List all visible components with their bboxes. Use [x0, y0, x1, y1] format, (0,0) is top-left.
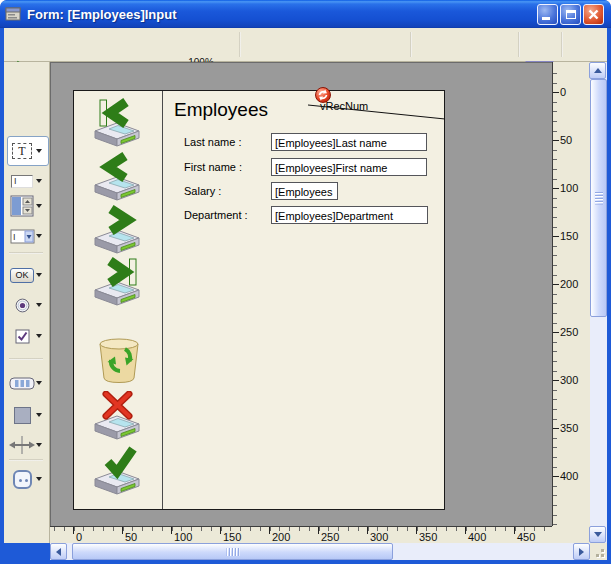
accept-record-button[interactable] — [92, 446, 144, 496]
ruler-label: 200 — [556, 278, 578, 290]
chevron-down-icon[interactable] — [36, 334, 42, 338]
scroll-down-button[interactable] — [589, 526, 606, 543]
tool-radio-button[interactable] — [8, 292, 48, 318]
arrow-right-icon — [579, 548, 584, 556]
listbox-tool-icon — [10, 195, 34, 217]
tool-text[interactable]: T — [8, 138, 48, 164]
tool-rectangle[interactable] — [8, 402, 48, 428]
palette-separator — [9, 459, 43, 461]
record-number-variable[interactable]: vRecNum — [320, 100, 368, 112]
chevron-down-icon[interactable] — [36, 234, 42, 238]
field-label[interactable]: Salary : — [184, 185, 221, 197]
vertical-ruler: 050100150200250300350400 — [552, 62, 590, 526]
chevron-down-icon[interactable] — [36, 149, 42, 153]
ok-button-tool-icon: OK — [10, 268, 34, 283]
scroll-left-button[interactable] — [50, 543, 67, 560]
ruler-label: 300 — [556, 374, 578, 386]
ruler-label: 150 — [556, 230, 578, 242]
ruler-label: 250 — [556, 326, 578, 338]
tool-listbox[interactable] — [8, 191, 48, 221]
radio-tool-icon — [15, 298, 30, 313]
chevron-down-icon[interactable] — [36, 477, 42, 481]
ruler-label: 450 — [514, 531, 535, 543]
close-button[interactable] — [583, 4, 604, 25]
vertical-scroll-thumb[interactable] — [590, 79, 607, 317]
minimize-icon — [542, 17, 550, 20]
arrow-down-icon — [594, 532, 602, 537]
ruler-label: 0 — [73, 531, 82, 543]
ruler-label: 350 — [556, 422, 578, 434]
tool-checkbox[interactable] — [8, 323, 48, 349]
toolbar-separator — [561, 32, 563, 57]
tab-control-tool-icon — [9, 377, 35, 390]
chevron-down-icon[interactable] — [36, 204, 42, 208]
checkbox-tool-icon — [15, 329, 30, 344]
tool-plugin-area[interactable] — [8, 466, 48, 492]
vertical-scrollbar[interactable] — [590, 62, 607, 543]
tool-splitter[interactable] — [8, 432, 48, 458]
arrow-up-icon — [594, 68, 602, 73]
chevron-down-icon[interactable] — [36, 413, 42, 417]
field-input-last-name[interactable]: [Employees]Last name — [271, 133, 427, 151]
cancel-trash-button[interactable] — [94, 337, 144, 385]
previous-record-button[interactable] — [92, 152, 144, 202]
text-tool-icon: T — [12, 143, 32, 159]
resize-grip[interactable] — [590, 543, 607, 560]
ruler-label: 400 — [465, 531, 486, 543]
toolbar-separator — [518, 32, 520, 57]
form-title[interactable]: Employees — [174, 99, 268, 121]
field-input-department[interactable]: [Employees]Department — [271, 206, 428, 224]
scroll-right-button[interactable] — [573, 543, 590, 560]
design-canvas[interactable]: Employees vRecNum Last name : [Employees… — [50, 62, 552, 526]
ruler-label: 400 — [556, 470, 578, 482]
ruler-label: 100 — [556, 182, 578, 194]
field-input-first-name[interactable]: [Employees]First name — [271, 158, 427, 176]
horizontal-ruler: 050100150200250300350400450 — [50, 526, 552, 543]
toolbar-separator — [410, 32, 412, 57]
tool-combobox[interactable]: I — [8, 223, 48, 249]
ruler-label: 50 — [122, 531, 137, 543]
chevron-down-icon[interactable] — [36, 179, 42, 183]
ruler-label: 0 — [556, 86, 566, 98]
chevron-down-icon[interactable] — [36, 273, 42, 277]
arrow-left-icon — [56, 548, 61, 556]
maximize-button[interactable] — [560, 4, 581, 25]
combobox-tool-icon: I — [10, 229, 35, 244]
ruler-label: 300 — [367, 531, 388, 543]
ruler-label: 250 — [318, 531, 339, 543]
plugin-tool-icon — [13, 470, 32, 489]
maximize-icon — [566, 10, 576, 19]
form-divider-line[interactable] — [162, 91, 163, 509]
scroll-up-button[interactable] — [589, 62, 606, 79]
ruler-label: 150 — [220, 531, 241, 543]
ruler-label: 200 — [269, 531, 290, 543]
chevron-down-icon[interactable] — [36, 381, 42, 385]
window-icon — [5, 6, 21, 22]
titlebar[interactable]: Form: [Employees]Input — [0, 0, 611, 28]
next-record-button[interactable] — [92, 205, 144, 255]
palette-separator — [9, 252, 43, 254]
chevron-down-icon[interactable] — [36, 443, 42, 447]
tool-tab-control[interactable] — [8, 370, 48, 396]
ruler-label: 50 — [556, 134, 572, 146]
field-input-salary[interactable]: [Employees — [271, 182, 338, 200]
splitter-tool-icon — [9, 436, 35, 454]
tool-palette: T I I — [4, 62, 50, 543]
tool-button[interactable]: OK — [8, 262, 48, 288]
ruler-label: 350 — [416, 531, 437, 543]
field-label[interactable]: First name : — [184, 161, 242, 173]
input-tool-icon: I — [11, 175, 33, 188]
minimize-button[interactable] — [537, 4, 558, 25]
horizontal-scroll-thumb[interactable] — [72, 543, 393, 560]
ruler-label: 100 — [171, 531, 192, 543]
horizontal-scrollbar[interactable] — [50, 543, 590, 560]
form-page[interactable]: Employees vRecNum Last name : [Employees… — [73, 90, 445, 510]
last-record-button[interactable] — [92, 257, 144, 307]
field-label[interactable]: Department : — [184, 209, 248, 221]
first-record-button[interactable] — [92, 98, 144, 148]
form-editor-window: Form: [Employees]Input — [0, 0, 611, 564]
chevron-down-icon[interactable] — [36, 303, 42, 307]
delete-record-button[interactable] — [92, 391, 144, 441]
field-label[interactable]: Last name : — [184, 136, 241, 148]
toolbar: 100% — [4, 28, 607, 62]
